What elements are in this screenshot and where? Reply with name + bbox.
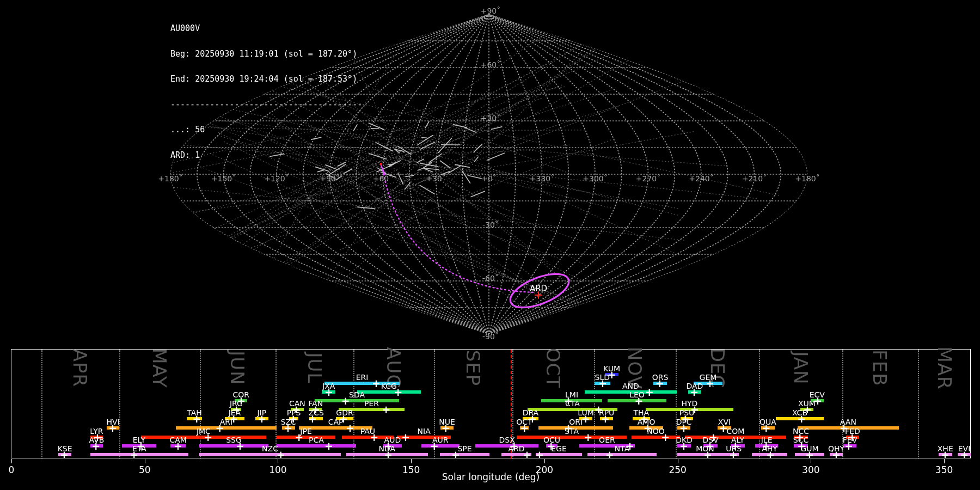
shower-peak-marker: + [690, 388, 699, 396]
shower-peak-marker: + [679, 424, 688, 432]
shower-peak-marker: + [535, 451, 544, 458]
shower-label-jpe: JPE [287, 427, 325, 436]
month-label: SEP [462, 350, 484, 387]
shower-peak-marker: + [598, 379, 607, 387]
map-lon-label: +150˚ [211, 174, 236, 183]
shower-peak-marker: + [601, 415, 610, 422]
month-gridline [41, 350, 42, 459]
shower-peak-marker: + [174, 442, 182, 450]
shower-peak-marker: + [382, 406, 390, 413]
month-gridline [918, 350, 919, 459]
shower-peak-marker: + [192, 415, 201, 422]
x-axis-tick [811, 459, 811, 463]
ard-count: ARD: 1 [170, 151, 362, 160]
map-lat-label: -60˚ [482, 274, 499, 283]
shower-label-com: COM [716, 427, 755, 436]
radiant-label-ard: ARD [530, 284, 547, 293]
shower-peak-marker: + [324, 388, 333, 396]
x-axis-tick [278, 459, 278, 463]
map-lat-label: +30˚ [481, 114, 501, 122]
shower-peak-marker: + [277, 451, 285, 458]
month-label: APR [69, 349, 91, 387]
shower-label-and: AND [611, 382, 650, 390]
shower-peak-marker: + [91, 442, 100, 450]
shower-peak-marker: + [832, 451, 841, 458]
header-separator: --------------------------------------- [170, 101, 362, 109]
x-axis-tick [145, 459, 145, 463]
month-label: JAN [790, 351, 812, 384]
month-label: MAY [149, 348, 170, 388]
map-lon-label: +180˚ [158, 174, 182, 183]
month-label: JUL [304, 353, 326, 384]
shower-bar-spe [440, 453, 489, 456]
shower-peak-marker: + [451, 451, 460, 458]
x-axis-tick [944, 459, 945, 463]
shower-peak-marker: + [324, 442, 333, 450]
map-lon-label: +180˚ [795, 174, 819, 183]
info-header: AU000V Beg: 20250930 11:19:01 (sol = 187… [170, 8, 362, 176]
shower-peak-marker: + [797, 415, 806, 422]
shower-label-aur: AUR [421, 436, 460, 444]
shower-label-nia: NIA [405, 427, 443, 436]
end-time: End: 20250930 19:24:04 (sol = 187.53°) [170, 75, 362, 84]
shower-peak-marker: + [634, 397, 643, 405]
month-gridline [275, 350, 277, 459]
shower-peak-marker: + [130, 451, 138, 458]
shower-label-eta: ETA [120, 444, 158, 453]
begin-time: Beg: 20250930 11:19:01 (sol = 187.20°) [170, 50, 362, 59]
shower-peak-marker: + [762, 424, 770, 432]
map-lon-label: +120˚ [264, 174, 289, 183]
radiant-map-app: AU000V Beg: 20250930 11:19:01 (sol = 187… [0, 0, 980, 490]
shower-peak-marker: + [605, 451, 614, 458]
shower-peak-marker: + [60, 451, 69, 458]
shower-label-oer: OER [588, 436, 626, 444]
activity-timeline-chart: APRMAYJUNJULAUGSEPOCTNOVDECJANFEBMARKUM+… [11, 349, 971, 458]
map-lat-label: -90˚ [482, 332, 499, 341]
shower-peak-marker: + [703, 451, 712, 458]
map-lon-label: +300˚ [583, 174, 607, 183]
map-lat-label: +60˚ [481, 60, 501, 69]
month-gridline [200, 350, 201, 459]
map-lon-label: +90˚ [320, 174, 340, 183]
map-lon-label: +0˚ [481, 174, 497, 183]
shower-peak-marker: + [236, 442, 244, 450]
shower-label-ege: EGE [540, 444, 578, 453]
shower-peak-marker: + [766, 451, 775, 458]
shower-peak-marker: + [960, 451, 969, 458]
map-lon-label: +30˚ [426, 174, 446, 183]
shower-peak-marker: + [656, 379, 664, 387]
shower-peak-marker: + [341, 397, 350, 405]
month-label: FEB [869, 350, 891, 386]
month-label: JUN [226, 351, 248, 385]
map-lon-label: +240˚ [689, 174, 713, 183]
meteor-count: ...: 56 [170, 126, 362, 134]
month-label: MAR [934, 346, 955, 389]
x-axis-tick [678, 459, 678, 463]
map-lon-label: +60˚ [373, 174, 393, 183]
map-lon-label: +210˚ [742, 174, 767, 183]
month-label: OCT [542, 348, 564, 388]
shower-bar-nta [587, 453, 657, 456]
shower-peak-marker: + [308, 415, 317, 422]
map-lat-label: -30˚ [482, 220, 499, 229]
x-axis-title: Solar longitude (deg) [11, 471, 971, 482]
shower-peak-marker: + [729, 451, 738, 458]
shower-bar-nzc [199, 453, 341, 456]
shower-peak-marker: + [805, 451, 814, 458]
map-lon-label: +330˚ [530, 174, 554, 183]
shower-peak-marker: + [258, 415, 266, 422]
shower-label-dsx: DSX [488, 436, 526, 444]
shower-label-cta: CTA [554, 399, 592, 408]
station-id: AU000V [170, 24, 362, 33]
shower-peak-marker: + [204, 433, 212, 441]
shower-bar-eta [90, 453, 188, 456]
x-axis-tick [411, 459, 412, 463]
x-axis-tick [544, 459, 545, 463]
shower-peak-marker: + [523, 451, 531, 458]
shower-peak-marker: + [384, 451, 393, 458]
map-lat-label: +90˚ [481, 7, 501, 15]
x-axis-tick [11, 459, 12, 463]
shower-peak-marker: + [520, 424, 529, 432]
shower-label-ssg: SSG [215, 436, 253, 444]
shower-label-hyd: HYD [670, 399, 708, 408]
